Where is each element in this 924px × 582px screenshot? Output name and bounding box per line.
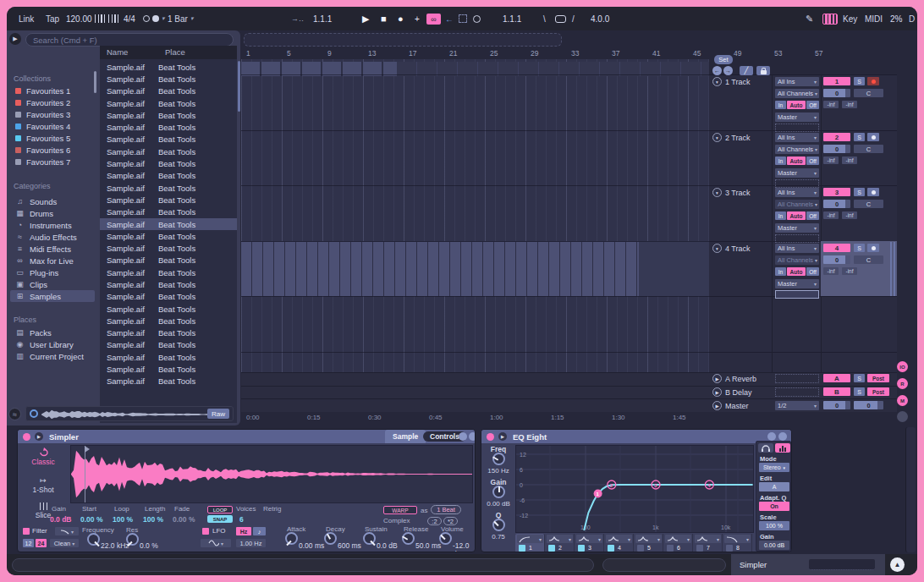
eq-band-7-checkbox[interactable] [696,545,703,552]
sidebar-item-favourites-6[interactable]: Favourites 6 [10,144,95,156]
nudge-down-button[interactable] [95,7,106,30]
overdub-button[interactable]: + [415,7,420,30]
file-row[interactable]: Sample.aifBeat Tools [100,182,237,194]
eq-edit-button[interactable]: A [759,482,789,491]
track4-clips[interactable] [241,242,639,296]
sidebar-scrollbar[interactable] [94,71,96,93]
draw-automation-button[interactable]: ╱ [740,66,753,75]
monitor-auto-button[interactable]: Auto [787,156,806,165]
arrangement-scrollbar[interactable] [894,242,895,296]
filter-circuit-menu[interactable]: Clean [50,539,79,547]
monitor-off-button[interactable]: Off [806,156,819,165]
return-activator-button[interactable]: B [823,387,850,396]
eq-band-4-checkbox[interactable] [608,545,614,552]
track-activator-button[interactable]: 3 [823,188,850,196]
monitor-in-button[interactable]: In [775,101,786,109]
arm-record-button[interactable] [867,244,879,252]
eq-band-1-shape-menu[interactable]: ▾ [517,535,543,543]
filter-freq-knob[interactable] [87,533,100,546]
param-gain-value[interactable]: 0.0 dB [50,515,72,524]
sidebar-item-plug-ins[interactable]: ▭Plug-ins [10,266,95,278]
sidebar-item-favourites-7[interactable]: Favourites 7 [10,156,95,167]
eq-band-4[interactable]: ▾4 [604,534,634,552]
pre-post-toggle[interactable]: Post [867,374,889,382]
arrangement-grid[interactable] [241,59,709,412]
monitor-auto-button[interactable]: Auto [787,101,806,109]
solo-button[interactable]: S [854,374,865,382]
monitor-off-button[interactable]: Off [806,267,819,276]
env-attack-knob[interactable] [285,532,298,545]
send-a-field[interactable]: -inf [823,211,839,219]
set-locator-button[interactable]: Set [714,55,733,64]
sample-start-marker[interactable] [85,446,85,502]
stop-button[interactable]: ■ [381,7,387,30]
column-place[interactable]: Place [165,47,185,57]
track-name[interactable]: 3 Track [725,189,751,197]
preview-toggle-icon[interactable]: ≈ [8,408,21,420]
solo-button[interactable]: S [854,188,865,196]
eq-band-6-checkbox[interactable] [667,545,674,552]
loop-toggle[interactable]: LOOP [207,506,233,513]
file-row[interactable]: Sample.aifBeat Tools [100,266,237,278]
monitor-in-button[interactable]: In [775,211,786,220]
eq-band-2[interactable]: ▾2 [545,534,575,552]
arm-record-button[interactable] [867,188,879,196]
solo-button[interactable]: S [854,244,865,252]
track-fold-button[interactable]: ▾ [712,133,722,142]
send-a-field[interactable]: -inf [823,156,839,164]
monitor-auto-button[interactable]: Auto [787,211,806,220]
track-output-chooser[interactable]: Master [775,113,819,122]
solo-button[interactable]: S [854,77,865,85]
send-b-field[interactable]: -inf [842,267,857,275]
eq-adaptq-toggle[interactable]: On [759,502,789,511]
filter-checkbox[interactable] [23,528,30,535]
mode-one-shot[interactable]: ↦ 1-Shot [21,476,65,494]
track-fold-button[interactable]: ▾ [712,77,722,86]
lfo-rate-field[interactable]: 1.00 Hz [236,539,266,547]
snap-toggle[interactable]: SNAP [207,515,233,523]
monitor-in-button[interactable]: In [775,156,786,165]
eq-band-5-checkbox[interactable] [637,545,644,552]
env-sustain-knob[interactable] [363,532,376,545]
track-input-chooser[interactable]: All Ins [775,244,819,253]
track-pan-knob[interactable]: C [854,255,883,264]
file-row[interactable]: Sample.aifBeat Tools [100,327,237,339]
nudge-up-button[interactable] [108,7,119,30]
filter-slope-12-button[interactable]: 12 [23,539,34,547]
warp-half-button[interactable]: :2 [427,517,442,525]
send-b-field[interactable]: -inf [842,156,857,164]
eq-band-5[interactable]: ▾5 [634,534,663,552]
eq-band-5-shape-menu[interactable]: ▾ [635,535,662,543]
sample-waveform-display[interactable] [70,445,473,503]
solo-button[interactable]: S [854,133,865,141]
sidebar-item-user-library[interactable]: ◉User Library [10,338,95,350]
track-output-chooser[interactable]: Master [775,168,819,178]
preview-play-icon[interactable] [30,409,38,418]
eq-title-bar[interactable]: ▶ EQ Eight [481,430,791,443]
track-volume-slider[interactable]: 0 [823,255,850,264]
eq-band-2-checkbox[interactable] [548,545,555,552]
retrig-label[interactable]: Retrig [263,505,281,513]
track-volume-slider[interactable]: 0 [823,200,850,208]
eq-band-1[interactable]: ▾1 [515,534,545,552]
sidebar-item-favourites-5[interactable]: Favourites 5 [10,132,95,144]
track-fold-button[interactable]: ▾ [712,188,722,197]
file-row[interactable]: Sample.aifBeat Tools [100,315,237,327]
file-row[interactable]: Sample.aifBeat Tools [100,339,237,351]
column-name[interactable]: Name [107,47,128,57]
track-volume-slider[interactable]: 0 [823,145,850,153]
lfo-sync-button[interactable]: ♪ [253,527,266,535]
lfo-checkbox[interactable] [202,528,209,535]
sidebar-item-clips[interactable]: ▣Clips [10,278,95,290]
pre-post-toggle[interactable]: Post [867,387,889,396]
track-channel-chooser[interactable]: All Channels [775,89,819,98]
follow-button[interactable]: →‥ [291,7,304,30]
key-map-button[interactable]: Key [843,7,857,30]
file-row[interactable]: Sample.aifBeat Tools [100,194,237,206]
hot-swap-icon[interactable] [767,432,776,441]
sidebar-item-audio-effects[interactable]: ≈Audio Effects [10,231,95,243]
device-activator-icon[interactable]: ▶ [498,432,507,441]
env-volume-value[interactable]: -12.0 dB [453,541,475,552]
return-track-name[interactable]: A Reverb [725,375,756,383]
file-row[interactable]: Sample.aifBeat Tools [100,61,237,73]
